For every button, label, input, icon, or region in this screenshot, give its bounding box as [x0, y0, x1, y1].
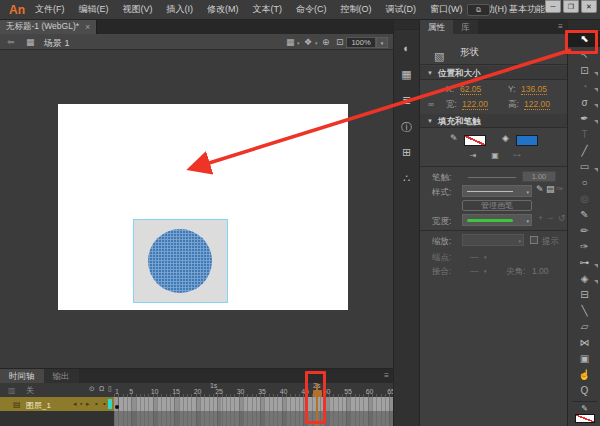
layer-lock-dot[interactable]: • [103, 399, 106, 408]
timeline-ruler[interactable]: 151015202530354045505560651s2s [114, 383, 393, 397]
camera-tool[interactable]: ▣ [568, 351, 600, 367]
y-value[interactable]: 136.05 [521, 84, 547, 95]
width-profile-dropdown[interactable]: ▾ [462, 214, 532, 226]
prev-keyframe-icon[interactable]: ◂ [73, 400, 77, 408]
edit-symbols-icon[interactable]: ❖ [304, 37, 312, 47]
brush-library-icon[interactable]: ▤ [546, 184, 555, 194]
brush-options-icon[interactable]: ✑ [556, 184, 564, 194]
menu-item-1[interactable]: 编辑(E) [72, 0, 116, 20]
x-value[interactable]: 62.05 [460, 84, 481, 95]
selection-tool[interactable]: ⬉ [568, 31, 600, 47]
rotation-3d-tool[interactable]: ◔ [568, 79, 600, 95]
info-panel-icon[interactable]: ⓘ [394, 120, 419, 135]
close-button[interactable]: ✕ [581, 0, 597, 13]
join-value[interactable]: — [470, 266, 479, 276]
section-position-size[interactable]: ▼ 位置和大小 [420, 66, 567, 80]
link-swatches-button[interactable]: ⊶ [510, 150, 524, 162]
cap-value[interactable]: — [470, 252, 479, 262]
miter-value[interactable]: 1.00 [532, 266, 549, 276]
stroke-size-slider[interactable] [468, 177, 516, 178]
pencil-tool[interactable]: ✎ [568, 207, 600, 223]
bone-tool[interactable]: ⊶ [568, 255, 600, 271]
hints-checkbox[interactable] [530, 236, 538, 244]
swatches-panel-icon[interactable]: ▦ [394, 68, 419, 81]
zoom-tool[interactable]: Q [568, 383, 600, 399]
layer-row[interactable]: ▤ 图层_1 ◂ ▪ ▸ • • [0, 397, 114, 411]
stroke-align-button[interactable]: ⇥ [466, 150, 480, 162]
oval-tool[interactable]: ○ [568, 175, 600, 191]
text-tool[interactable]: T [568, 127, 600, 143]
menu-item-6[interactable]: 命令(C) [289, 0, 334, 20]
eraser-tool[interactable]: ▱ [568, 319, 600, 335]
maximize-button[interactable]: ❐ [563, 0, 579, 13]
clip-content-icon[interactable]: ⊡ [336, 37, 344, 47]
selection-bounding-box[interactable] [133, 219, 228, 303]
document-tab[interactable]: 无标题-1 (WebGL)* × [0, 20, 97, 34]
ink-bottle-tool[interactable]: ⊟ [568, 287, 600, 303]
remove-profile-icon[interactable]: − [548, 213, 553, 223]
width-value[interactable]: 122.00 [462, 99, 488, 110]
next-keyframe-icon[interactable]: ▸ [86, 400, 90, 408]
parent-view-toggle[interactable]: 关 [26, 385, 34, 396]
lasso-tool[interactable]: σ [568, 95, 600, 111]
workspace-switcher[interactable]: 基本功能 [509, 0, 545, 19]
zoom-dropdown-button[interactable]: ▾ [376, 37, 388, 48]
menu-item-8[interactable]: 调试(D) [379, 0, 424, 20]
eye-icon[interactable]: ⊙ [89, 385, 95, 393]
edit-stroke-style-icon[interactable]: ✎ [536, 184, 544, 194]
center-stage-icon[interactable]: ⊕ [322, 37, 330, 47]
menu-item-4[interactable]: 修改(M) [200, 0, 246, 20]
parent-view-icon[interactable]: ▥ [8, 386, 16, 395]
menu-item-0[interactable]: 文件(F) [28, 0, 72, 20]
width-tool[interactable]: ⋈ [568, 335, 600, 351]
back-arrow-icon[interactable]: ⬅ [7, 37, 15, 47]
rectangle-tool[interactable]: ▭ [568, 159, 600, 175]
stage-canvas[interactable] [58, 104, 348, 310]
hand-tool[interactable]: ☝ [568, 367, 600, 383]
menu-item-3[interactable]: 插入(I) [160, 0, 201, 20]
scale-dropdown[interactable]: ▾ [462, 234, 524, 246]
fill-color-swatch[interactable] [516, 135, 538, 146]
menu-item-2[interactable]: 视图(V) [116, 0, 160, 20]
height-value[interactable]: 122.00 [524, 99, 550, 110]
layer-visibility-dot[interactable]: • [95, 399, 98, 408]
close-icon[interactable]: × [85, 22, 90, 32]
pen-tool[interactable]: ✒ [568, 111, 600, 127]
stroke-color-swatch[interactable] [464, 135, 486, 146]
free-transform-tool[interactable]: ⊡ [568, 63, 600, 79]
add-profile-icon[interactable]: + [538, 213, 543, 223]
toolbar-stroke-color-swatch[interactable] [575, 414, 595, 423]
line-tool[interactable]: ╱ [568, 143, 600, 159]
transform-panel-icon[interactable]: ⊞ [394, 146, 419, 159]
reset-profile-icon[interactable]: ↺ [558, 213, 566, 223]
outline-icon[interactable]: ▯ [108, 385, 112, 393]
panel-menu-icon[interactable]: ≡ [384, 371, 389, 380]
motion-presets-panel-icon[interactable]: ∴ [394, 172, 419, 185]
color-panel-icon[interactable]: ◐ [394, 42, 419, 54]
manage-brushes-button[interactable]: 管理画笔 [462, 200, 532, 211]
link-dimensions-icon[interactable]: ∞ [428, 99, 434, 109]
playhead-handle[interactable] [313, 390, 322, 397]
object-drawing-button[interactable]: ▣ [488, 150, 502, 162]
pasteboard[interactable] [0, 50, 393, 368]
layer-outline-color-chip[interactable] [108, 399, 112, 409]
tab-properties[interactable]: 属性 [420, 20, 453, 34]
align-panel-icon[interactable]: ≣ [394, 94, 419, 107]
paint-brush-tool[interactable]: ✑ [568, 239, 600, 255]
scene-breadcrumb[interactable]: 场景 1 [44, 37, 70, 50]
subselection-tool[interactable]: ↖ [568, 47, 600, 63]
dock-grip[interactable] [394, 20, 419, 30]
stroke-style-dropdown[interactable]: ▾ [462, 185, 532, 197]
tab-library[interactable]: 库 [453, 20, 478, 34]
panel-menu-icon[interactable]: ≡ [558, 22, 563, 31]
edit-scene-icon[interactable]: ▦ [286, 37, 295, 47]
layer-frames-row[interactable] [114, 397, 393, 411]
sync-settings-icon[interactable]: ⧉ [467, 4, 490, 16]
timeline-tab-1[interactable]: 输出 [44, 369, 79, 383]
zoom-level-field[interactable]: 100% [346, 37, 376, 48]
stroke-size-value[interactable]: 1.00 [522, 171, 556, 182]
layer-name[interactable]: 图层_1 [26, 400, 51, 411]
eyedropper-tool[interactable]: ╲ [568, 303, 600, 319]
selected-circle-shape[interactable] [148, 229, 212, 293]
menu-item-7[interactable]: 控制(O) [334, 0, 379, 20]
